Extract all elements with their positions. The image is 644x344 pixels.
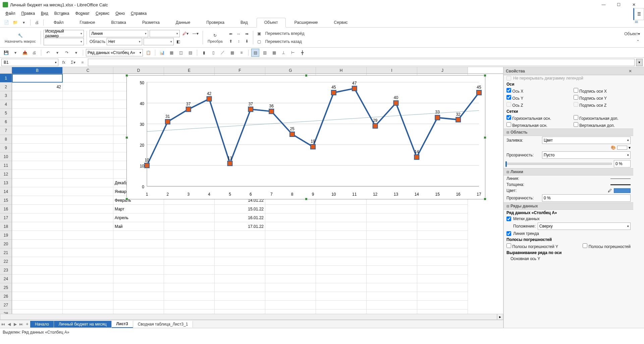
cell[interactable] xyxy=(12,117,63,126)
line-color-button[interactable]: 🖊 xyxy=(608,188,612,193)
resize-handle-ne[interactable] xyxy=(484,74,486,77)
cell[interactable] xyxy=(215,275,265,283)
cell[interactable] xyxy=(164,240,215,248)
cell[interactable] xyxy=(417,301,468,309)
cell[interactable] xyxy=(63,283,113,292)
cell[interactable]: Апрель xyxy=(113,213,164,222)
tab-service[interactable]: Сервис xyxy=(327,18,355,27)
undo-icon[interactable]: ↶ xyxy=(44,49,52,57)
sum-icon[interactable]: Σ▾ xyxy=(69,58,77,66)
grid-h-main-checkbox[interactable] xyxy=(506,115,511,120)
tab-extension[interactable]: Расширение xyxy=(287,18,325,27)
chart-area-icon[interactable]: ▦ xyxy=(167,49,175,57)
cell[interactable] xyxy=(63,275,113,283)
cell[interactable] xyxy=(316,292,367,301)
menu-help[interactable]: Справка xyxy=(128,10,149,17)
row-header[interactable]: 23 xyxy=(0,266,12,275)
column-header-J[interactable]: J xyxy=(417,67,468,73)
resize-handle-e[interactable] xyxy=(484,136,486,139)
menu-view[interactable]: Вид xyxy=(38,10,51,17)
fill-select[interactable]: Цвет xyxy=(542,137,631,144)
cell[interactable] xyxy=(12,91,63,100)
maximize-button[interactable]: ☐ xyxy=(611,0,626,9)
line-style-select[interactable]: Линия xyxy=(90,30,148,37)
transparency-value-input[interactable]: 0 % xyxy=(614,160,631,167)
row-header[interactable]: 21 xyxy=(0,248,12,257)
cell[interactable] xyxy=(164,257,215,266)
resize-handle-s[interactable] xyxy=(305,198,308,200)
sheet-next-icon[interactable]: ▶ xyxy=(12,321,18,328)
cell[interactable] xyxy=(265,275,316,283)
grid-v-main-checkbox[interactable] xyxy=(506,122,511,127)
cell[interactable] xyxy=(215,248,265,257)
menu-insert[interactable]: Вставка xyxy=(52,10,72,17)
color-swatch[interactable] xyxy=(614,188,631,193)
object-menu-button[interactable]: Объект ▾ xyxy=(623,30,641,38)
cell[interactable] xyxy=(367,266,417,275)
cell[interactable]: Май xyxy=(113,222,164,231)
axis-x-checkbox[interactable] xyxy=(506,88,511,93)
cell[interactable] xyxy=(63,126,113,135)
cell[interactable] xyxy=(367,248,417,257)
tab-main[interactable]: Главное xyxy=(72,18,103,27)
cell[interactable] xyxy=(63,266,113,275)
tab-object[interactable]: Объект xyxy=(257,18,286,28)
cell[interactable] xyxy=(417,222,468,231)
align-center-icon[interactable]: ↔ xyxy=(235,31,242,37)
cell[interactable] xyxy=(113,231,164,240)
cell[interactable] xyxy=(164,283,215,292)
row-header[interactable]: 26 xyxy=(0,292,12,301)
cell[interactable] xyxy=(63,117,113,126)
row-header[interactable]: 3 xyxy=(0,91,12,100)
cell[interactable] xyxy=(367,231,417,240)
cell[interactable] xyxy=(12,205,63,213)
menu-format[interactable]: Формат xyxy=(72,10,92,17)
lines-section-header[interactable]: Линии xyxy=(504,168,633,176)
cell[interactable] xyxy=(63,301,113,309)
cell[interactable] xyxy=(417,240,468,248)
cell[interactable] xyxy=(265,257,316,266)
grid-v-add-checkbox[interactable] xyxy=(574,122,578,127)
chart-object[interactable]: 0102030405010131237342411537636725819945… xyxy=(126,75,485,199)
row-header[interactable]: 2 xyxy=(0,83,12,91)
chart-column-icon[interactable]: ▯ xyxy=(209,49,217,57)
move-backward-button[interactable]: Переместить назад xyxy=(264,38,303,45)
resize-handle-nw[interactable] xyxy=(125,74,128,77)
cell[interactable] xyxy=(12,301,63,309)
grid[interactable]: 1242345678910111213Декабрь12.01.2214Янва… xyxy=(0,74,503,314)
cell[interactable] xyxy=(12,135,63,144)
tab-data[interactable]: Данные xyxy=(168,18,198,27)
cell[interactable] xyxy=(63,292,113,301)
tab-view[interactable]: Вид xyxy=(233,18,255,27)
vgrid-icon[interactable]: ▥ xyxy=(261,49,269,57)
cell[interactable] xyxy=(367,309,417,314)
cell[interactable] xyxy=(113,292,164,301)
axis-y-checkbox[interactable] xyxy=(506,95,511,100)
cell[interactable] xyxy=(367,292,417,301)
assign-macro-button[interactable]: 🔧 Назначить макрос xyxy=(3,31,38,45)
thickness-sample[interactable] xyxy=(610,184,631,185)
cell[interactable] xyxy=(12,161,63,170)
transparency-slider[interactable] xyxy=(506,163,612,165)
cell[interactable] xyxy=(113,301,164,309)
sheet-last-icon[interactable]: ⏭ xyxy=(18,321,24,328)
area-fill-select[interactable]: Нет xyxy=(107,38,142,45)
dropdown-icon[interactable]: ▾ xyxy=(20,19,28,26)
sidebar-close-icon[interactable]: ✕ xyxy=(629,69,634,73)
cell[interactable] xyxy=(164,292,215,301)
row-header[interactable]: 11 xyxy=(0,161,12,170)
grid-both-icon[interactable]: ▦ xyxy=(270,49,278,57)
cell[interactable]: 42 xyxy=(12,83,63,91)
errorbars-x-checkbox[interactable] xyxy=(583,243,587,248)
cell[interactable] xyxy=(63,231,113,240)
cell[interactable] xyxy=(63,179,113,187)
cell[interactable] xyxy=(265,205,316,213)
cell[interactable] xyxy=(12,292,63,301)
cell[interactable] xyxy=(215,266,265,275)
cell[interactable] xyxy=(316,231,367,240)
cell[interactable] xyxy=(63,240,113,248)
cell[interactable] xyxy=(265,248,316,257)
redo-icon[interactable]: ↷ xyxy=(63,49,71,57)
cell[interactable] xyxy=(63,161,113,170)
cell[interactable] xyxy=(12,257,63,266)
